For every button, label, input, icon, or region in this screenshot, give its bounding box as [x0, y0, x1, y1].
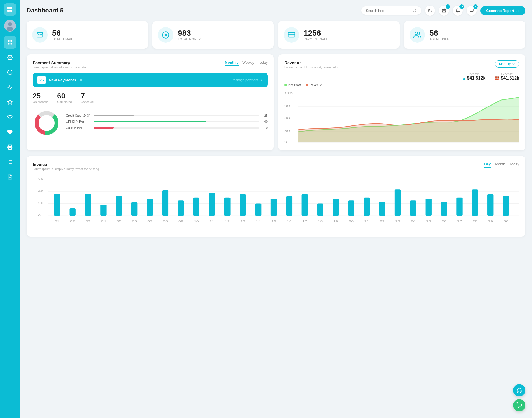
cash-value: 10 — [262, 126, 268, 129]
revenue-card: Revenue Lorem ipsum dolor sit amet, cons… — [278, 54, 525, 150]
search-input[interactable] — [366, 9, 410, 13]
generate-report-button[interactable]: Generate Report — [480, 6, 525, 15]
upi-label: UPI ID (41%) — [66, 120, 91, 123]
sidebar-item-list[interactable] — [4, 156, 16, 168]
search-icon — [412, 8, 417, 13]
svg-text:0: 0 — [38, 214, 41, 217]
bell-btn[interactable]: 12 — [453, 6, 463, 16]
upi-fill — [94, 121, 206, 122]
bell-badge: 12 — [459, 4, 464, 9]
svg-point-38 — [415, 32, 418, 35]
svg-rect-68 — [69, 208, 75, 216]
invoice-tab-day[interactable]: Day — [484, 162, 491, 168]
svg-text:28: 28 — [472, 220, 477, 222]
tab-today[interactable]: Today — [258, 60, 268, 66]
cash-fill — [94, 127, 114, 129]
tab-weekly[interactable]: Weekly — [242, 60, 254, 66]
sidebar-item-heart[interactable] — [4, 111, 16, 124]
svg-text:30: 30 — [503, 220, 508, 222]
svg-rect-74 — [162, 190, 168, 216]
svg-point-5 — [8, 22, 12, 26]
search-box[interactable] — [361, 6, 421, 15]
sidebar-item-print[interactable] — [4, 141, 16, 153]
svg-rect-93 — [456, 198, 462, 216]
revenue-monthly-btn[interactable]: Monthly — [495, 60, 519, 68]
invoice-subtitle: Lorem Ipsum is simply dummy text of the … — [33, 167, 99, 171]
svg-rect-71 — [116, 196, 122, 216]
svg-text:20: 20 — [349, 220, 354, 222]
header: Dashboard 5 — [27, 6, 525, 16]
sidebar-item-heart2[interactable] — [4, 126, 16, 139]
svg-rect-82 — [286, 196, 292, 216]
upi-track — [94, 121, 259, 122]
svg-text:05: 05 — [116, 220, 121, 222]
legend-net-profit: Net Profit — [284, 83, 301, 87]
theme-toggle-btn[interactable] — [425, 6, 435, 16]
svg-text:40: 40 — [38, 189, 44, 193]
gift-btn[interactable]: 2 — [439, 6, 449, 16]
invoice-tab-month[interactable]: Month — [495, 162, 505, 168]
on-process-stat: 25 On process — [33, 92, 48, 104]
sidebar-logo[interactable] — [4, 3, 16, 16]
invoice-tab-today[interactable]: Today — [510, 162, 519, 168]
chat-btn[interactable]: 5 — [467, 6, 477, 16]
svg-text:03: 03 — [86, 220, 91, 222]
tab-monthly[interactable]: Monthly — [225, 60, 239, 66]
revenue-header: Revenue Lorem ipsum dolor sit amet, cons… — [284, 60, 519, 69]
svg-rect-7 — [8, 40, 10, 42]
user-avatar[interactable] — [4, 20, 16, 32]
sidebar-item-chart[interactable] — [4, 81, 16, 94]
headphones-icon — [516, 388, 522, 393]
payment-summary-title: Payment Summary — [33, 60, 87, 65]
money-icon — [162, 31, 170, 39]
svg-text:09: 09 — [178, 220, 183, 222]
main-content: Dashboard 5 — [20, 0, 532, 418]
svg-rect-87 — [364, 198, 370, 216]
svg-text:24: 24 — [411, 220, 416, 222]
sidebar-item-settings[interactable] — [4, 51, 16, 64]
manage-payment-link[interactable]: Manage payment — [232, 78, 263, 82]
sidebar-item-star[interactable] — [4, 96, 16, 109]
stats-grid: 56 TOTAL EMAIL 983 TOTAL MONEY — [27, 21, 525, 49]
bar-row-credit: Credit Card (24%) 25 — [66, 114, 268, 117]
bar-row-cash: Cash (41%) 10 — [66, 126, 268, 129]
completed-stat: 60 Completed — [57, 92, 72, 104]
svg-point-11 — [9, 57, 11, 58]
payment-tabs: Monthly Weekly Today — [225, 60, 268, 66]
cash-track — [94, 127, 259, 129]
svg-rect-72 — [131, 202, 137, 216]
sidebar — [0, 0, 20, 418]
user-count: 56 — [429, 29, 450, 38]
payment-method-bars: Credit Card (24%) 25 UPI ID (41%) 60 — [66, 114, 268, 132]
svg-rect-69 — [85, 194, 91, 216]
payment-count: 1256 — [304, 29, 328, 38]
new-payments-bar: 25 New Payments Manage payment — [33, 73, 268, 87]
money-label: TOTAL MONEY — [178, 37, 201, 41]
svg-text:27: 27 — [457, 220, 462, 222]
svg-rect-73 — [147, 199, 153, 216]
sidebar-item-info[interactable] — [4, 66, 16, 79]
svg-rect-78 — [224, 198, 230, 216]
svg-rect-94 — [472, 189, 478, 216]
gift-icon — [442, 8, 446, 13]
svg-rect-84 — [317, 204, 323, 216]
chat-icon — [469, 8, 474, 13]
svg-rect-89 — [395, 189, 401, 216]
cart-float-btn[interactable] — [513, 399, 525, 411]
sidebar-item-doc[interactable] — [4, 171, 16, 183]
expense-icon: 🧱 — [494, 76, 499, 80]
expense-amount: Expense 🧱 $41,512k — [494, 72, 519, 81]
email-icon — [36, 31, 44, 39]
sidebar-item-dashboard[interactable] — [4, 36, 16, 49]
svg-text:19: 19 — [333, 220, 338, 222]
svg-text:30: 30 — [284, 129, 290, 132]
support-float-btn[interactable] — [513, 384, 525, 396]
svg-point-6 — [7, 27, 13, 31]
legend-revenue: Revenue — [306, 83, 322, 87]
stat-card-user: 56 TOTAL USER — [404, 21, 525, 49]
svg-rect-0 — [7, 7, 10, 9]
invoice-tabs: Day Month Today — [484, 162, 519, 168]
svg-text:13: 13 — [240, 220, 245, 222]
bar-row-upi: UPI ID (41%) 60 — [66, 120, 268, 123]
svg-rect-2 — [7, 10, 10, 12]
